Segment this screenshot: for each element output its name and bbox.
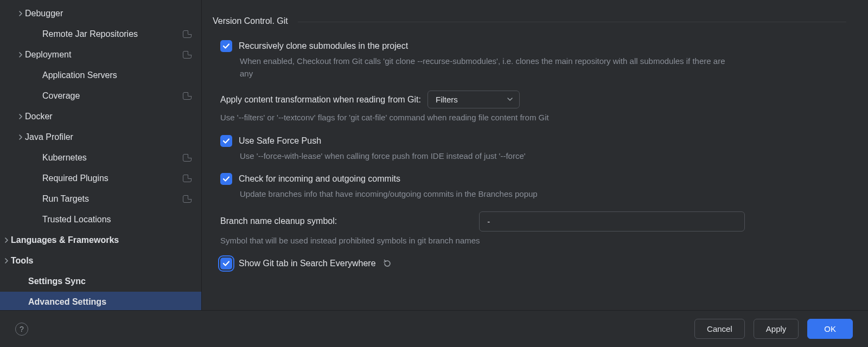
tree-item[interactable]: Coverage — [0, 86, 201, 106]
tree-item-label: Deployment — [25, 50, 183, 60]
tree-item-label: Run Targets — [42, 194, 183, 204]
tree-item-label: Settings Sync — [28, 277, 192, 286]
dialog-footer: ? Cancel Apply OK — [0, 310, 868, 347]
section-divider — [298, 22, 846, 22]
tree-item-label: Kubernetes — [42, 153, 183, 163]
tree-item-label: Trusted Locations — [42, 215, 192, 224]
content-transform-value: Filters — [436, 95, 458, 104]
recursive-clone-label: Recursively clone submodules in the proj… — [239, 41, 408, 51]
tree-item[interactable]: Required Plugins — [0, 168, 201, 189]
tree-item[interactable]: Deployment — [0, 44, 201, 65]
chevron-right-icon — [2, 258, 11, 264]
recursive-clone-checkbox[interactable] — [220, 40, 232, 52]
settings-content: Version Control. Git Recursively clone s… — [202, 0, 868, 310]
project-scope-icon — [183, 51, 192, 59]
branch-cleanup-input[interactable] — [479, 211, 745, 232]
project-scope-icon — [183, 30, 192, 38]
tree-item[interactable]: Java Profiler — [0, 127, 201, 147]
tree-item-label: Advanced Settings — [28, 297, 192, 307]
tree-item-label: Tools — [11, 256, 192, 266]
project-scope-icon — [183, 154, 192, 162]
reset-icon[interactable] — [382, 259, 392, 268]
safe-force-push-label: Use Safe Force Push — [239, 136, 321, 146]
chevron-right-icon — [16, 52, 25, 57]
git-tab-search-label: Show Git tab in Search Everywhere — [239, 259, 376, 268]
tree-item-label: Coverage — [42, 91, 183, 101]
tree-item[interactable]: Tools — [0, 250, 201, 271]
tree-item[interactable]: Languages & Frameworks — [0, 230, 201, 250]
check-commits-label: Check for incoming and outgoing commits — [239, 174, 400, 184]
tree-item[interactable]: Debugger — [0, 3, 201, 24]
help-button[interactable]: ? — [15, 323, 28, 336]
chevron-down-icon — [507, 96, 513, 104]
tree-item[interactable]: Kubernetes — [0, 147, 201, 168]
project-scope-icon — [183, 195, 192, 203]
tree-item-label: Required Plugins — [42, 174, 183, 183]
tree-item-label: Docker — [25, 112, 192, 121]
tree-item[interactable]: Advanced Settings — [0, 292, 201, 310]
check-commits-desc: Update branches info that have incoming/… — [240, 188, 728, 201]
recursive-clone-desc: When enabled, Checkout from Git calls 'g… — [240, 55, 728, 80]
safe-force-push-checkbox[interactable] — [220, 135, 232, 147]
tree-item[interactable]: Docker — [0, 106, 201, 127]
tree-item[interactable]: Trusted Locations — [0, 209, 201, 230]
check-commits-checkbox[interactable] — [220, 173, 232, 185]
tree-item[interactable]: Run Targets — [0, 189, 201, 209]
section-title: Version Control. Git — [213, 16, 288, 26]
tree-item-label: Application Servers — [42, 70, 192, 80]
content-transform-label: Apply content transformation when readin… — [220, 95, 421, 105]
chevron-right-icon — [16, 134, 25, 140]
settings-tree: DebuggerRemote Jar RepositoriesDeploymen… — [0, 0, 202, 310]
branch-cleanup-desc: Symbol that will be used instead prohibi… — [220, 235, 709, 247]
ok-button[interactable]: OK — [807, 319, 853, 339]
chevron-right-icon — [16, 11, 25, 16]
content-transform-select[interactable]: Filters — [427, 91, 520, 108]
git-tab-search-checkbox[interactable] — [220, 258, 232, 269]
tree-item-label: Debugger — [25, 9, 192, 18]
tree-item[interactable]: Remote Jar Repositories — [0, 24, 201, 44]
tree-item[interactable]: Settings Sync — [0, 271, 201, 292]
chevron-right-icon — [2, 237, 11, 243]
tree-item[interactable]: Application Servers — [0, 65, 201, 86]
tree-item-label: Languages & Frameworks — [11, 235, 192, 245]
cancel-button[interactable]: Cancel — [694, 319, 745, 339]
chevron-right-icon — [16, 114, 25, 119]
content-transform-desc: Use '--filters' or '--textconv' flags fo… — [220, 112, 709, 124]
safe-force-push-desc: Use '--force-with-lease' when calling fo… — [240, 150, 728, 163]
branch-cleanup-label: Branch name cleanup symbol: — [220, 216, 337, 226]
project-scope-icon — [183, 92, 192, 100]
apply-button[interactable]: Apply — [754, 319, 799, 339]
project-scope-icon — [183, 175, 192, 182]
tree-item-label: Java Profiler — [25, 132, 192, 142]
tree-item-label: Remote Jar Repositories — [42, 29, 183, 39]
